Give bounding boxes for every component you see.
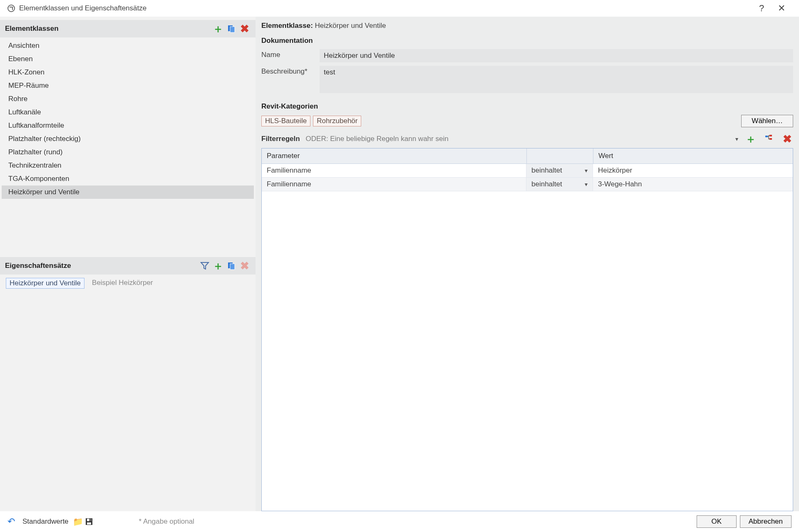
- revit-kategorien-row: HLS-BauteileRohrzubehör Wählen…: [261, 115, 793, 127]
- copy-icon: [227, 261, 236, 270]
- right-panel: Elementklasse: Heizkörper und Ventile Do…: [256, 17, 799, 511]
- filter-toolbar: ▾ ＋ ✖: [735, 133, 793, 145]
- filter-grid: Parameter Wert Familiennamebeinhaltet▾He…: [261, 148, 793, 511]
- group-rules-button[interactable]: [763, 133, 775, 145]
- list-item[interactable]: Ansichten: [2, 39, 254, 52]
- col-parameter[interactable]: Parameter: [262, 148, 526, 163]
- table-row[interactable]: Familiennamebeinhaltet▾Heizkörper: [262, 164, 793, 178]
- optional-note: * Angabe optional: [139, 517, 194, 526]
- elementklassen-title: Elementklassen: [5, 25, 211, 33]
- svg-rect-10: [89, 519, 91, 521]
- choose-categories-button[interactable]: Wählen…: [741, 115, 793, 127]
- list-item[interactable]: Luftkanalformteile: [2, 119, 254, 132]
- revit-kategorien-chips: HLS-BauteileRohrzubehör: [261, 116, 741, 126]
- list-item[interactable]: MEP-Räume: [2, 79, 254, 92]
- filter-grid-body: Familiennamebeinhaltet▾HeizkörperFamilie…: [262, 164, 793, 511]
- cell-value[interactable]: 3-Wege-Hahn: [593, 178, 793, 191]
- window-title: Elementklassen und Eigenschaftensätze: [19, 4, 752, 12]
- elementklasse-headline: Elementklasse: Heizkörper und Ventile: [261, 22, 793, 30]
- revit-category-chip[interactable]: Rohrzubehör: [313, 116, 361, 126]
- delete-icon: ✖: [240, 260, 249, 271]
- svg-rect-5: [765, 136, 768, 137]
- add-elementklasse-button[interactable]: ＋: [212, 23, 224, 35]
- eigenschaften-header: Eigenschaftensätze ＋ ✖: [0, 257, 256, 275]
- left-panel: Elementklassen ＋ ✖ AnsichtenEbenenHLK-Zo…: [0, 17, 256, 511]
- add-eigenschaft-button[interactable]: ＋: [212, 260, 224, 272]
- list-item[interactable]: Heizkörper und Ventile: [2, 186, 254, 199]
- standardwerte-label: Standardwerte: [22, 517, 69, 526]
- col-operator: [526, 148, 593, 163]
- close-button[interactable]: ✕: [772, 3, 792, 14]
- copy-icon: [227, 24, 236, 33]
- open-folder-button[interactable]: 📁: [73, 517, 83, 527]
- filter-eigenschaften-button[interactable]: [199, 260, 211, 272]
- delete-rule-button[interactable]: ✖: [782, 133, 793, 145]
- list-item[interactable]: Luftkanäle: [2, 106, 254, 119]
- funnel-icon: [200, 261, 209, 270]
- col-wert[interactable]: Wert: [593, 148, 793, 163]
- revit-category-chip[interactable]: HLS-Bauteile: [261, 116, 310, 126]
- help-button[interactable]: ?: [752, 3, 772, 14]
- eigenschaften-chipbar: Heizkörper und VentileBeispiel Heizkörpe…: [0, 275, 256, 292]
- undo-icon: ↶: [7, 516, 15, 527]
- description-label: Beschreibung*: [261, 66, 320, 76]
- cell-value[interactable]: Heizkörper: [593, 164, 793, 177]
- eigenschaften-title: Eigenschaftensätze: [5, 262, 197, 270]
- list-item[interactable]: TGA-Komponenten: [2, 172, 254, 186]
- filter-header: Filterregeln ODER: Eine beliebige Regeln…: [261, 133, 793, 145]
- ok-button[interactable]: OK: [697, 515, 737, 528]
- list-item[interactable]: Platzhalter (rechteckig): [2, 132, 254, 146]
- cancel-button[interactable]: Abbrechen: [740, 515, 792, 528]
- description-input[interactable]: test: [320, 66, 793, 93]
- main-area: Elementklassen ＋ ✖ AnsichtenEbenenHLK-Zo…: [0, 17, 799, 511]
- footer: ↶ Standardwerte 📁 * Angabe optional OK A…: [0, 511, 799, 532]
- svg-marker-2: [201, 262, 208, 269]
- chevron-down-icon: ▾: [585, 167, 588, 174]
- filter-mode-text: ODER: Eine beliebige Regeln kann wahr se…: [306, 135, 730, 143]
- list-item[interactable]: Ebenen: [2, 52, 254, 66]
- elementklassen-list: AnsichtenEbenenHLK-ZonenMEP-RäumeRohreLu…: [0, 37, 256, 199]
- chevron-down-icon: ▾: [585, 181, 588, 188]
- cell-parameter[interactable]: Familienname: [262, 164, 526, 177]
- standardwerte-button[interactable]: ↶ Standardwerte: [7, 516, 69, 527]
- delete-elementklasse-button[interactable]: ✖: [239, 23, 251, 35]
- list-item[interactable]: Rohre: [2, 92, 254, 106]
- filter-mode-dropdown[interactable]: ▾: [735, 136, 738, 142]
- elementklassen-header: Elementklassen ＋ ✖: [0, 20, 256, 37]
- elementklasse-head-value: Heizkörper und Ventile: [315, 22, 386, 30]
- eigenschaft-chip[interactable]: Heizkörper und Ventile: [6, 278, 84, 289]
- svg-rect-7: [769, 138, 772, 140]
- delete-icon: ✖: [783, 134, 792, 144]
- copy-elementklasse-button[interactable]: [226, 23, 237, 35]
- list-item[interactable]: HLK-Zonen: [2, 66, 254, 79]
- filterregeln-label: Filterregeln: [261, 135, 300, 143]
- add-rule-button[interactable]: ＋: [745, 133, 757, 145]
- svg-rect-1: [230, 27, 235, 32]
- eigenschaft-chip: Beispiel Heizkörper: [89, 278, 156, 289]
- name-label: Name: [261, 49, 320, 59]
- name-input[interactable]: [320, 49, 793, 62]
- cell-parameter[interactable]: Familienname: [262, 178, 526, 191]
- svg-rect-4: [230, 264, 235, 270]
- delete-eigenschaft-button[interactable]: ✖: [239, 260, 251, 272]
- plus-icon: ＋: [213, 23, 223, 34]
- dokumentation-heading: Dokumentation: [261, 37, 793, 45]
- list-item[interactable]: Technikzentralen: [2, 159, 254, 172]
- title-bar: Elementklassen und Eigenschaftensätze ? …: [0, 0, 799, 17]
- svg-rect-11: [87, 522, 91, 525]
- table-row[interactable]: Familiennamebeinhaltet▾3-Wege-Hahn: [262, 178, 793, 191]
- copy-eigenschaft-button[interactable]: [226, 260, 237, 272]
- cell-operator[interactable]: beinhaltet▾: [526, 178, 593, 191]
- list-item[interactable]: Platzhalter (rund): [2, 146, 254, 159]
- description-row: Beschreibung* test: [261, 66, 793, 93]
- plus-icon: ＋: [213, 260, 223, 271]
- name-row: Name: [261, 49, 793, 62]
- delete-icon: ✖: [240, 23, 249, 34]
- plus-icon: ＋: [745, 134, 756, 144]
- filter-grid-header: Parameter Wert: [262, 148, 793, 164]
- elementklasse-head-label: Elementklasse:: [261, 22, 313, 30]
- cell-operator[interactable]: beinhaltet▾: [526, 164, 593, 177]
- app-icon: [7, 5, 15, 12]
- save-button[interactable]: [85, 517, 93, 526]
- tree-icon: [764, 134, 774, 144]
